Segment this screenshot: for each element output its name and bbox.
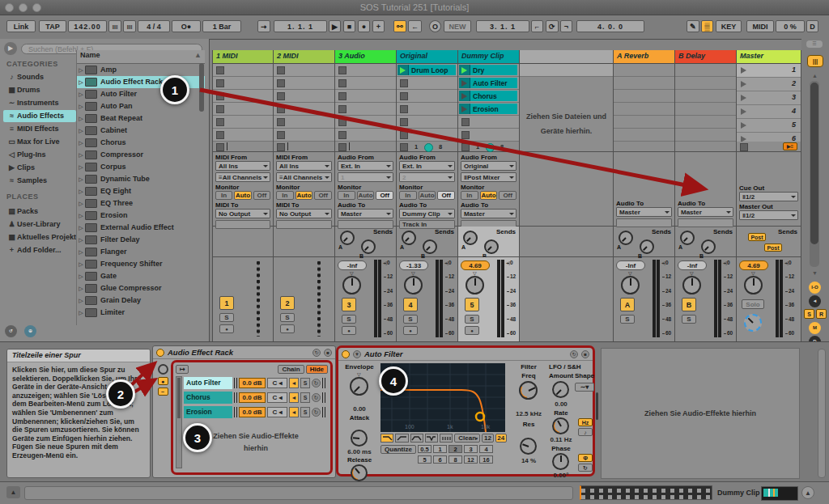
sidebar-item-add-folder-[interactable]: +Add Folder... — [3, 244, 76, 256]
expand-arrow-icon[interactable]: ▷ — [77, 88, 85, 100]
device-view-scrollbar[interactable] — [818, 349, 826, 478]
solo-button[interactable]: S — [403, 315, 418, 324]
clip-stop-button[interactable] — [400, 79, 408, 87]
monitor-in-button[interactable]: In — [399, 191, 417, 200]
clip-slot[interactable] — [458, 129, 519, 142]
clip-slot[interactable] — [274, 116, 334, 129]
chain-hotswap-icon[interactable]: ↻ — [312, 393, 321, 402]
session-scrollbar-thumb[interactable] — [810, 83, 818, 244]
scene-launch-icon[interactable] — [741, 122, 746, 129]
master-out-menu[interactable]: ‖ 1/2 — [739, 210, 798, 220]
sidebar-item-sounds[interactable]: ♪Sounds — [3, 71, 76, 83]
chain-pan-value[interactable]: C ◂ — [267, 392, 287, 403]
expand-arrow-icon[interactable]: ▷ — [77, 125, 85, 137]
rack-chain-auto-filter[interactable]: Auto Filter0.0 dBC ◂◄S↻ — [184, 376, 328, 390]
track-number-button[interactable]: 4 — [403, 298, 418, 311]
slope-24-button[interactable]: 24 — [495, 434, 507, 443]
volume-value[interactable]: 4.69 — [461, 260, 490, 270]
capture-new-button[interactable]: NEW — [444, 20, 471, 32]
scroll-up-icon[interactable]: ▲ — [812, 73, 818, 78]
track-header-1-midi[interactable]: 1 MIDI — [213, 50, 273, 64]
stop-all-clips-button[interactable] — [338, 143, 346, 151]
track-header-original[interactable]: Original — [397, 50, 457, 64]
output-type-menu[interactable]: Dummy Clip — [399, 209, 455, 218]
solo-button[interactable]: S — [219, 313, 234, 322]
return-slot[interactable] — [614, 77, 674, 90]
phase-phi-button[interactable]: Φ — [578, 454, 593, 462]
monitor-auto-button[interactable]: Auto — [234, 191, 251, 200]
device-list-item-gate[interactable]: ▷Gate — [77, 270, 205, 282]
clip-stop-button[interactable] — [216, 92, 224, 100]
quantize-8-cell[interactable]: 8 — [449, 455, 462, 464]
hide-button[interactable]: Hide — [306, 365, 328, 374]
hotswap-icon[interactable]: ↻ — [570, 350, 578, 358]
mixer-view-icon[interactable]: ||| — [807, 55, 823, 67]
sidebar-item-max-for-live[interactable]: ▭Max for Live — [3, 136, 76, 148]
chain-hotswap-icon[interactable]: ↻ — [312, 408, 321, 417]
slope-12-button[interactable]: 12 — [482, 434, 493, 443]
chain-pan-value[interactable]: C ◂ — [267, 407, 287, 417]
track-header-b-delay[interactable]: B Delay — [675, 50, 736, 64]
device-splitter-handle[interactable] — [596, 392, 598, 420]
send-a-knob[interactable] — [619, 231, 633, 245]
monitor-in-button[interactable]: In — [338, 191, 355, 200]
return-slot[interactable] — [614, 103, 674, 116]
lowpass-filter-button[interactable] — [380, 434, 393, 443]
arm-button[interactable]: ● — [403, 326, 418, 335]
output-type-menu[interactable]: Master — [338, 209, 393, 218]
send-a-knob[interactable] — [463, 231, 478, 245]
res-knob[interactable] — [520, 438, 537, 455]
clip-slot[interactable] — [213, 90, 273, 103]
clip-stop-button[interactable] — [461, 118, 470, 126]
clip-slot[interactable]: Auto Filter — [458, 77, 519, 90]
chain-solo-button[interactable]: S — [300, 378, 310, 388]
clip-slot[interactable] — [335, 90, 396, 103]
device-list-item-grain-delay[interactable]: ▷Grain Delay — [77, 294, 205, 307]
clip-stop-button[interactable] — [277, 79, 285, 87]
lfo-shape-menu[interactable]: ∼▾ — [575, 383, 594, 392]
clip-slot[interactable] — [335, 64, 396, 77]
scene-launch-icon[interactable] — [741, 108, 746, 115]
clip-stop-button[interactable] — [400, 105, 408, 113]
punch-in-toggle[interactable]: ⌐ — [531, 20, 543, 32]
input-channel-menu[interactable]: 2 — [399, 172, 455, 182]
clip-erosion[interactable]: Erosion — [459, 104, 517, 114]
scene-slot-5[interactable]: 5 — [737, 119, 801, 133]
expand-arrow-icon[interactable]: ▷ — [77, 173, 85, 185]
quantize-0.5-cell[interactable]: 0.5 — [418, 445, 432, 453]
sidebar-item-audio-effects[interactable]: ≈Audio Effects — [3, 110, 76, 122]
output-type-menu[interactable]: No Output — [215, 209, 270, 218]
expand-arrow-icon[interactable]: ▷ — [77, 100, 85, 112]
input-channel-menu[interactable]: 1 — [338, 172, 393, 182]
info-view-toggle-icon[interactable]: ▲ — [6, 486, 20, 498]
sidebar-item-aktuelles-projekt[interactable]: ▦Aktuelles Projekt — [3, 231, 76, 244]
track-header-dummy-clip[interactable]: Dummy Clip — [458, 50, 519, 64]
return-slot[interactable] — [614, 64, 674, 77]
send-a-knob[interactable] — [680, 231, 695, 245]
arm-button[interactable]: ● — [219, 324, 234, 333]
rack-chain-chorus[interactable]: Chorus0.0 dBC ◂◄S↻ — [184, 391, 328, 404]
input-type-menu[interactable]: All Ins — [276, 161, 332, 171]
quantize-3-cell[interactable]: 3 — [464, 445, 478, 453]
clip-view-toggle-icon[interactable]: ▲ — [801, 486, 814, 499]
chain-scrollbar[interactable] — [176, 376, 182, 468]
arrangement-overview[interactable] — [580, 485, 712, 500]
clip-stop-button[interactable] — [338, 131, 346, 139]
stop-all-clips-button[interactable] — [740, 143, 748, 151]
send-b-knob[interactable] — [640, 239, 654, 254]
quantize-1-cell[interactable]: 1 — [433, 445, 447, 453]
expand-arrow-icon[interactable]: ▷ — [77, 112, 85, 125]
clip-stop-button[interactable] — [338, 92, 346, 100]
sidebar-item-clips[interactable]: ▶Clips — [3, 162, 76, 174]
fold-device-icon[interactable]: ▼ — [353, 350, 361, 358]
monitor-off-button[interactable]: Off — [253, 191, 270, 200]
post-toggle-1[interactable]: Post — [748, 233, 766, 241]
circuit-type-menu[interactable]: Clean▼ — [454, 434, 480, 443]
return-slot[interactable] — [675, 64, 736, 77]
track-number-button[interactable]: 1 — [219, 296, 234, 310]
stop-all-clips-button[interactable] — [461, 143, 470, 151]
expand-arrow-icon[interactable]: ▷ — [77, 282, 85, 294]
clip-slot[interactable] — [397, 90, 457, 103]
attack-knob[interactable] — [351, 430, 368, 447]
sidebar-item-user-library[interactable]: ♟User-Library — [3, 218, 76, 231]
